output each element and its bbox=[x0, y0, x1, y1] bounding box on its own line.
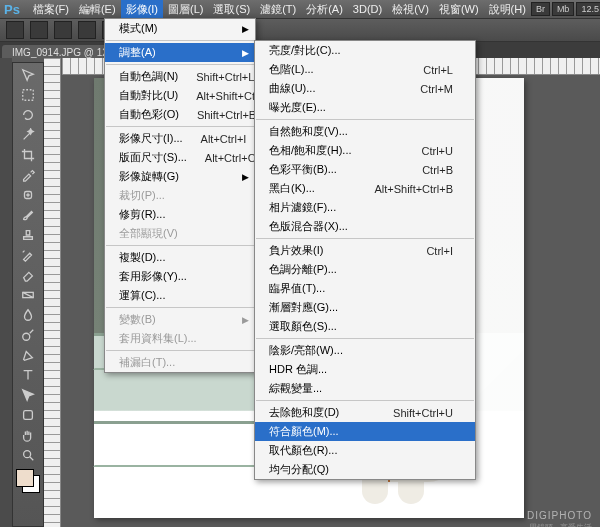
menu-item-label: 運算(C)... bbox=[119, 288, 233, 303]
menu-item-label: 裁切(P)... bbox=[119, 188, 233, 203]
adjust-menu-item[interactable]: 均勻分配(Q) bbox=[255, 460, 475, 479]
path-tool[interactable] bbox=[17, 385, 39, 405]
image-menu-item[interactable]: 自動對比(U)Alt+Shift+Ctrl+L bbox=[105, 86, 255, 105]
opt-icon-3[interactable] bbox=[78, 21, 96, 39]
eraser-tool[interactable] bbox=[17, 265, 39, 285]
menu-item-label: 去除飽和度(D) bbox=[269, 405, 375, 420]
menu-item-label: 模式(M) bbox=[119, 21, 233, 36]
menu-3d[interactable]: 3D(D) bbox=[348, 1, 387, 17]
menu-view[interactable]: 檢視(V) bbox=[387, 0, 434, 19]
image-menu-item[interactable]: 影像尺寸(I)...Alt+Ctrl+I bbox=[105, 129, 255, 148]
menu-item-label: 全部顯現(V) bbox=[119, 226, 233, 241]
adjust-menu-item[interactable]: 亮度/對比(C)... bbox=[255, 41, 475, 60]
eyedropper-tool[interactable] bbox=[17, 165, 39, 185]
menu-filter[interactable]: 濾鏡(T) bbox=[255, 0, 301, 19]
adjust-menu-item[interactable]: 取代顏色(R)... bbox=[255, 441, 475, 460]
opt-icon-1[interactable] bbox=[30, 21, 48, 39]
adjust-menu-item[interactable]: 選取顏色(S)... bbox=[255, 317, 475, 336]
menu-item-shortcut: Ctrl+M bbox=[420, 83, 453, 95]
zoom-display[interactable]: 12.5 bbox=[576, 2, 600, 16]
image-menu-item: 裁切(P)... bbox=[105, 186, 255, 205]
adjust-menu-item[interactable]: 相片濾鏡(F)... bbox=[255, 198, 475, 217]
history-brush-tool[interactable] bbox=[17, 245, 39, 265]
menubar: Ps 檔案(F) 編輯(E) 影像(I) 圖層(L) 選取(S) 濾鏡(T) 分… bbox=[0, 0, 600, 18]
image-menu-item[interactable]: 影像旋轉(G)▶ bbox=[105, 167, 255, 186]
image-menu-item[interactable]: 修剪(R)... bbox=[105, 205, 255, 224]
adjust-menu-item[interactable]: 漸層對應(G)... bbox=[255, 298, 475, 317]
lasso-tool[interactable] bbox=[17, 105, 39, 125]
image-menu-item[interactable]: 複製(D)... bbox=[105, 248, 255, 267]
menu-image[interactable]: 影像(I) bbox=[121, 0, 163, 19]
adjustments-submenu: 亮度/對比(C)...色階(L)...Ctrl+L曲線(U)...Ctrl+M曝… bbox=[254, 40, 476, 480]
stamp-tool[interactable] bbox=[17, 225, 39, 245]
menu-window[interactable]: 視窗(W) bbox=[434, 0, 484, 19]
minibridge-button[interactable]: Mb bbox=[552, 2, 575, 16]
crop-tool[interactable] bbox=[17, 145, 39, 165]
adjust-menu-item[interactable]: 去除飽和度(D)Shift+Ctrl+U bbox=[255, 403, 475, 422]
adjust-menu-item[interactable]: HDR 色調... bbox=[255, 360, 475, 379]
submenu-arrow-icon: ▶ bbox=[242, 24, 249, 34]
image-menu-item[interactable]: 模式(M)▶ bbox=[105, 19, 255, 38]
menu-item-shortcut: Shift+Ctrl+U bbox=[393, 407, 453, 419]
heal-tool[interactable] bbox=[17, 185, 39, 205]
blur-tool[interactable] bbox=[17, 305, 39, 325]
menu-item-shortcut: Alt+Ctrl+C bbox=[205, 152, 256, 164]
menu-item-shortcut: Ctrl+L bbox=[423, 64, 453, 76]
menu-item-label: 負片效果(I) bbox=[269, 243, 408, 258]
menu-item-label: 套用資料集(L)... bbox=[119, 331, 233, 346]
adjust-menu-item[interactable]: 曲線(U)...Ctrl+M bbox=[255, 79, 475, 98]
wand-tool[interactable] bbox=[17, 125, 39, 145]
adjust-menu-item[interactable]: 綜觀變量... bbox=[255, 379, 475, 398]
hand-tool[interactable] bbox=[17, 425, 39, 445]
menu-item-label: 修剪(R)... bbox=[119, 207, 233, 222]
image-menu-item[interactable]: 自動色調(N)Shift+Ctrl+L bbox=[105, 67, 255, 86]
menu-item-label: 複製(D)... bbox=[119, 250, 233, 265]
adjust-menu-item[interactable]: 陰影/亮部(W)... bbox=[255, 341, 475, 360]
menu-help[interactable]: 說明(H) bbox=[484, 0, 531, 19]
adjust-menu-item[interactable]: 臨界值(T)... bbox=[255, 279, 475, 298]
menu-item-label: 相片濾鏡(F)... bbox=[269, 200, 453, 215]
watermark-tagline: 用鏡頭 · 享受生活 bbox=[529, 522, 592, 527]
menu-layer[interactable]: 圖層(L) bbox=[163, 0, 208, 19]
bridge-button[interactable]: Br bbox=[531, 2, 550, 16]
pen-tool[interactable] bbox=[17, 345, 39, 365]
menu-select[interactable]: 選取(S) bbox=[208, 0, 255, 19]
adjust-menu-item[interactable]: 負片效果(I)Ctrl+I bbox=[255, 241, 475, 260]
menu-file[interactable]: 檔案(F) bbox=[28, 0, 74, 19]
opt-icon-2[interactable] bbox=[54, 21, 72, 39]
adjust-menu-item[interactable]: 色調分離(P)... bbox=[255, 260, 475, 279]
zoom-tool[interactable] bbox=[17, 445, 39, 465]
image-menu-item[interactable]: 調整(A)▶ bbox=[105, 43, 255, 62]
image-menu-item[interactable]: 自動色彩(O)Shift+Ctrl+B bbox=[105, 105, 255, 124]
move-tool[interactable] bbox=[17, 65, 39, 85]
brush-tool[interactable] bbox=[17, 205, 39, 225]
menu-edit[interactable]: 編輯(E) bbox=[74, 0, 121, 19]
image-menu-item[interactable]: 運算(C)... bbox=[105, 286, 255, 305]
image-menu-item[interactable]: 套用影像(Y)... bbox=[105, 267, 255, 286]
gradient-tool[interactable] bbox=[17, 285, 39, 305]
menu-item-label: 影像旋轉(G) bbox=[119, 169, 233, 184]
menu-item-label: 補漏白(T)... bbox=[119, 355, 233, 370]
menu-item-label: 臨界值(T)... bbox=[269, 281, 453, 296]
adjust-menu-item[interactable]: 黑白(K)...Alt+Shift+Ctrl+B bbox=[255, 179, 475, 198]
app-logo: Ps bbox=[4, 2, 20, 17]
shape-tool[interactable] bbox=[17, 405, 39, 425]
marquee-tool[interactable] bbox=[17, 85, 39, 105]
foreground-color[interactable] bbox=[16, 469, 34, 487]
adjust-menu-item[interactable]: 符合顏色(M)... bbox=[255, 422, 475, 441]
menu-analysis[interactable]: 分析(A) bbox=[301, 0, 348, 19]
menu-item-shortcut: Alt+Ctrl+I bbox=[201, 133, 247, 145]
menu-item-label: HDR 色調... bbox=[269, 362, 453, 377]
adjust-menu-item[interactable]: 色相/飽和度(H)...Ctrl+U bbox=[255, 141, 475, 160]
color-swatch[interactable] bbox=[16, 469, 40, 493]
dodge-tool[interactable] bbox=[17, 325, 39, 345]
type-tool[interactable] bbox=[17, 365, 39, 385]
adjust-menu-item[interactable]: 自然飽和度(V)... bbox=[255, 122, 475, 141]
tool-preset-icon[interactable] bbox=[6, 21, 24, 39]
image-menu-item[interactable]: 版面尺寸(S)...Alt+Ctrl+C bbox=[105, 148, 255, 167]
menu-item-label: 調整(A) bbox=[119, 45, 233, 60]
adjust-menu-item[interactable]: 色階(L)...Ctrl+L bbox=[255, 60, 475, 79]
adjust-menu-item[interactable]: 曝光度(E)... bbox=[255, 98, 475, 117]
adjust-menu-item[interactable]: 色版混合器(X)... bbox=[255, 217, 475, 236]
adjust-menu-item[interactable]: 色彩平衡(B)...Ctrl+B bbox=[255, 160, 475, 179]
